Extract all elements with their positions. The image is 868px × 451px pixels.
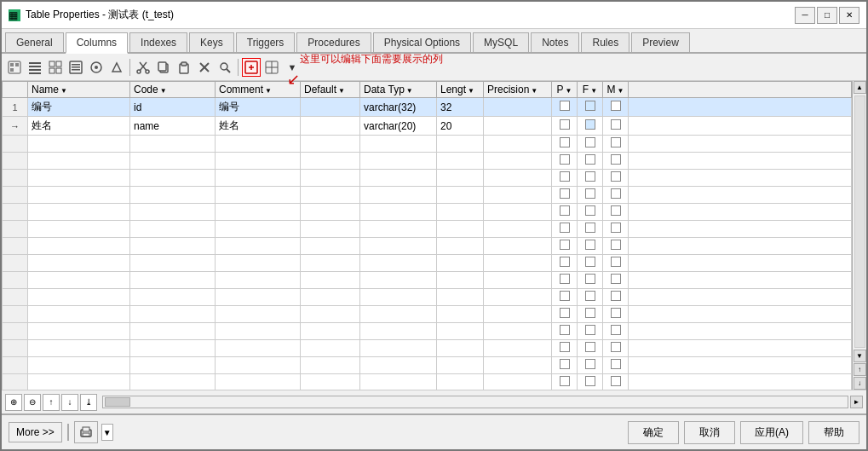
more-button[interactable]: More >> — [9, 422, 62, 442]
hscroll-right-button[interactable]: ► — [850, 396, 863, 408]
nav-remove-button[interactable]: ⊖ — [24, 394, 41, 411]
table-row[interactable] — [3, 221, 852, 238]
cell-f[interactable] — [578, 117, 603, 136]
cell-m[interactable] — [603, 117, 629, 136]
cell-f[interactable] — [578, 98, 603, 117]
tb-btn5[interactable] — [87, 58, 106, 77]
cell-default[interactable] — [301, 117, 360, 136]
tb-grid-view-button[interactable] — [262, 58, 281, 77]
tab-preview[interactable]: Preview — [631, 32, 690, 52]
table-row[interactable]: → 姓名 name 姓名 varchar(20) 20 — [3, 117, 852, 136]
print-dropdown-button[interactable]: ▼ — [101, 424, 113, 441]
cell-length[interactable]: 32 — [437, 98, 484, 117]
col-comment[interactable]: Comment▼ — [216, 82, 301, 98]
tab-general[interactable]: General — [5, 32, 64, 52]
table-row[interactable] — [3, 170, 852, 187]
nav-up-button[interactable]: ↑ — [43, 394, 60, 411]
tab-mysql[interactable]: MySQL — [473, 32, 529, 52]
table-row[interactable] — [3, 204, 852, 221]
close-button[interactable]: ✕ — [839, 7, 859, 24]
scroll-track[interactable] — [854, 95, 865, 348]
table-row[interactable] — [3, 136, 852, 153]
cell-code[interactable]: id — [130, 98, 216, 117]
cell-code[interactable]: name — [130, 117, 216, 136]
svg-line-29 — [227, 69, 230, 72]
cell-precision[interactable] — [484, 117, 552, 136]
cell-precision[interactable] — [484, 98, 552, 117]
scroll-up-button[interactable]: ▲ — [854, 81, 866, 94]
table-row[interactable] — [3, 357, 852, 374]
tb-delete-button[interactable] — [195, 58, 214, 77]
tab-keys[interactable]: Keys — [189, 32, 234, 52]
table-row[interactable] — [3, 272, 852, 289]
tb-copy-button[interactable] — [154, 58, 173, 77]
cell-p[interactable] — [552, 98, 578, 117]
cancel-button[interactable]: 取消 — [684, 421, 735, 444]
minimize-button[interactable]: ─ — [795, 7, 815, 24]
cell-datatype[interactable]: varchar(32) — [360, 98, 437, 117]
nav-down-button[interactable]: ↓ — [61, 394, 78, 411]
table-row[interactable] — [3, 323, 852, 340]
tab-procedures[interactable]: Procedures — [296, 32, 371, 52]
cell-default[interactable] — [301, 98, 360, 117]
maximize-button[interactable]: □ — [817, 7, 837, 24]
tb-btn4[interactable] — [66, 58, 85, 77]
col-code[interactable]: Code▼ — [130, 82, 216, 98]
cell-comment[interactable]: 编号 — [216, 98, 301, 117]
col-default[interactable]: Default▼ — [301, 82, 360, 98]
tb-dropdown-button[interactable]: ▼ — [283, 58, 302, 77]
col-length[interactable]: Lengt▼ — [437, 82, 484, 98]
nav-bottom-button[interactable]: ⤓ — [80, 394, 97, 411]
confirm-button[interactable]: 确定 — [628, 421, 679, 444]
col-precision[interactable]: Precision▼ — [484, 82, 552, 98]
vertical-scrollbar[interactable]: ▲ ▼ ↑ ↓ — [852, 81, 866, 390]
hscroll-thumb[interactable] — [105, 397, 130, 407]
scroll-down-button[interactable]: ▼ — [854, 350, 866, 362]
tb-edit-columns-button[interactable] — [242, 58, 261, 77]
help-button[interactable]: 帮助 — [808, 421, 859, 444]
nav-add-button[interactable]: ⊕ — [5, 394, 22, 411]
cell-comment[interactable]: 姓名 — [216, 117, 301, 136]
cell-m[interactable] — [603, 98, 629, 117]
table-row[interactable] — [3, 187, 852, 204]
grid-inner[interactable]: Name▼ Code▼ Comment▼ Default▼ Data Typ▼ … — [2, 81, 852, 390]
cell-name[interactable]: 姓名 — [28, 117, 130, 136]
tb-cut-button[interactable] — [134, 58, 152, 77]
table-row[interactable] — [3, 289, 852, 306]
cell-p[interactable] — [552, 117, 578, 136]
tb-btn3[interactable] — [46, 58, 65, 77]
tab-columns[interactable]: Columns — [66, 32, 128, 54]
tb-search-button[interactable] — [216, 58, 234, 77]
cell-extra — [629, 98, 852, 117]
cell-datatype[interactable]: varchar(20) — [360, 117, 437, 136]
apply-button[interactable]: 应用(A) — [740, 421, 803, 444]
print-button[interactable] — [74, 421, 98, 443]
col-f[interactable]: F▼ — [578, 82, 603, 98]
table-row[interactable] — [3, 340, 852, 357]
table-row[interactable] — [3, 306, 852, 323]
tab-physical[interactable]: Physical Options — [373, 32, 471, 52]
tb-paste-button[interactable] — [175, 58, 193, 77]
table-row[interactable] — [3, 374, 852, 390]
table-row[interactable]: 1 编号 id 编号 varchar(32) 32 — [3, 98, 852, 117]
svg-point-20 — [137, 70, 141, 73]
col-m[interactable]: M▼ — [603, 82, 629, 98]
col-p[interactable]: P▼ — [552, 82, 578, 98]
table-row[interactable] — [3, 153, 852, 170]
table-row[interactable] — [3, 255, 852, 272]
tb-add-row-button[interactable] — [5, 58, 24, 77]
scroll-page-up-button[interactable]: ↑ — [854, 363, 866, 376]
col-datatype[interactable]: Data Typ▼ — [360, 82, 437, 98]
table-row[interactable] — [3, 238, 852, 255]
tab-notes[interactable]: Notes — [531, 32, 579, 52]
tab-triggers[interactable]: Triggers — [236, 32, 296, 52]
horizontal-scrollbar[interactable] — [102, 396, 848, 408]
cell-length[interactable]: 20 — [437, 117, 484, 136]
scroll-page-down-button[interactable]: ↓ — [854, 377, 866, 390]
tb-btn2[interactable] — [26, 58, 44, 77]
tab-rules[interactable]: Rules — [581, 32, 629, 52]
tab-indexes[interactable]: Indexes — [129, 32, 187, 52]
col-name[interactable]: Name▼ — [28, 82, 130, 98]
tb-btn6[interactable] — [107, 58, 126, 77]
cell-name[interactable]: 编号 — [28, 98, 130, 117]
